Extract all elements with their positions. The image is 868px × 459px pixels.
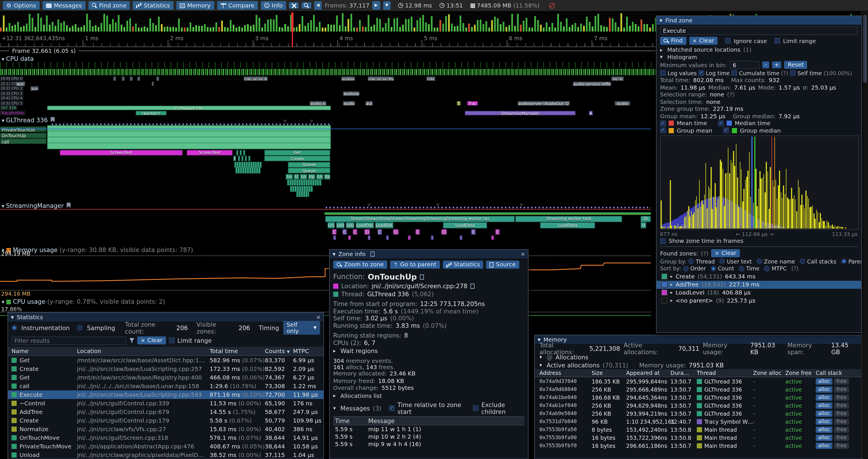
column-header[interactable]: Zone free bbox=[785, 370, 816, 376]
zone-chip[interactable] bbox=[122, 76, 125, 81]
frame-dropdown-button[interactable]: ▼ bbox=[383, 1, 391, 10]
thread-name[interactable]: GLThread 336 bbox=[367, 291, 409, 297]
sort-by-radio[interactable] bbox=[710, 265, 716, 271]
table-row[interactable]: 0x7553b9fbf016 bytes296,661,186ns13:50.7… bbox=[535, 441, 863, 450]
zone-chip[interactable]: LoadData bbox=[443, 222, 487, 229]
zone-chip[interactable] bbox=[348, 235, 351, 240]
table-row[interactable]: 0x74a9d68040256 KB295,668,489ns13:50.7GL… bbox=[535, 385, 863, 393]
go-to-parent-button[interactable]: ↑Go to parent bbox=[390, 261, 440, 269]
group-by-radio[interactable] bbox=[756, 258, 762, 264]
legend-checkbox[interactable]: ✓ bbox=[723, 127, 729, 133]
table-row[interactable]: Executejni/../jni/src/claw/base/LuaScrip… bbox=[8, 390, 323, 399]
table-row[interactable]: Get/mnt/e/claw/src/claw/base/AssetDict.h… bbox=[8, 356, 323, 365]
table-row[interactable]: 0x74ab1be040186.68 KB294,645,364ns13:50.… bbox=[535, 393, 863, 401]
memory-button[interactable]: Memory bbox=[176, 1, 214, 10]
min-bin-input[interactable] bbox=[730, 61, 760, 69]
free-callstack-button[interactable]: free bbox=[834, 378, 849, 384]
sort-by-radio[interactable] bbox=[764, 265, 770, 271]
message-marker[interactable]: ▽ bbox=[284, 120, 286, 123]
found-zone-group[interactable]: ▸Create(54,131)643.34 ms bbox=[657, 272, 861, 281]
zone-chip[interactable]: C bbox=[377, 229, 382, 235]
zone-chip[interactable]: Lo bbox=[300, 174, 307, 179]
zone-chip[interactable]: audio.se bbox=[310, 101, 326, 105]
zone-chip[interactable]: C bbox=[332, 229, 337, 235]
zone-chip[interactable]: call bbox=[0, 138, 46, 144]
prev-frame-button[interactable]: ◀ bbox=[314, 1, 322, 10]
zone-chip[interactable]: GLThread 336 bbox=[47, 106, 331, 110]
alloc-callstack-button[interactable]: alloc bbox=[816, 402, 832, 408]
zone-chip[interactable] bbox=[248, 156, 250, 161]
find-zone-query-input[interactable] bbox=[660, 26, 858, 35]
zone-chip[interactable]: A bbox=[589, 110, 593, 115]
stream-message-dots[interactable] bbox=[324, 206, 651, 209]
legend-checkbox[interactable]: ✓ bbox=[660, 120, 666, 126]
alloc-callstack-button[interactable]: alloc bbox=[816, 442, 832, 449]
cpu-data-header[interactable]: ▾CPU data bbox=[2, 55, 34, 62]
table-row[interactable]: 0x7531d7b04096 KB1:10 234,952,16112:40.7… bbox=[535, 417, 863, 425]
table-row[interactable]: Get/mnt/e/claw/src/claw/base/Registry.hp… bbox=[8, 373, 323, 382]
alloc-callstack-button[interactable]: alloc bbox=[816, 418, 832, 425]
zone-chip[interactable]: audioserver (AudioOut_D) bbox=[518, 101, 570, 105]
zone-chip[interactable]: auc bbox=[16, 81, 25, 86]
close-icon[interactable]: ✕ bbox=[521, 251, 525, 257]
location-value[interactable]: jni/../jni/src/guif/Screen.cpp:278 bbox=[372, 283, 467, 289]
limit-range-checkbox[interactable] bbox=[774, 38, 780, 44]
limit-range-checkbox[interactable] bbox=[168, 337, 174, 343]
free-callstack-button[interactable]: free bbox=[834, 402, 849, 408]
cpu-usage-header[interactable]: ▾CPU usage (y-range: 0.78%, visible data… bbox=[2, 298, 165, 305]
zone-chip[interactable]: cds_ol_rx_threa bbox=[368, 76, 394, 81]
self-time-checkbox[interactable] bbox=[790, 70, 796, 76]
found-zone-group[interactable]: ▸AddTree(18,542)227.19 ms bbox=[657, 281, 861, 289]
main-scrollbar[interactable] bbox=[861, 11, 868, 459]
compare-button[interactable]: Compare bbox=[217, 1, 258, 10]
zone-chip[interactable]: C bbox=[415, 229, 420, 235]
message-row[interactable]: 5.59 smip 11 w 1 h 1 (1) bbox=[333, 425, 525, 433]
alloc-callstack-button[interactable]: alloc bbox=[816, 410, 832, 417]
sort-by-radio[interactable] bbox=[683, 265, 688, 271]
group-by-radio[interactable] bbox=[719, 258, 725, 264]
next-frame-button[interactable]: ▶ bbox=[372, 1, 380, 10]
table-row[interactable]: Unloadjni/../jni/src/claw/graphics/pixel… bbox=[8, 451, 323, 459]
close-icon[interactable]: ✕ bbox=[316, 314, 320, 320]
message-marker[interactable]: ▽ bbox=[310, 120, 313, 123]
zone-chip[interactable] bbox=[243, 150, 245, 155]
zone-chip[interactable]: Up bbox=[308, 174, 315, 179]
ignore-case-checkbox[interactable] bbox=[725, 38, 731, 44]
find-button[interactable]: Find bbox=[660, 37, 686, 45]
message-marker[interactable]: ▽ bbox=[368, 203, 370, 207]
table-row[interactable]: PrivateTouchMovejni/../jni/application/A… bbox=[8, 442, 323, 451]
reset-button[interactable]: Reset bbox=[784, 61, 807, 69]
frame-label[interactable]: Frame 32,661 (6.05 s) bbox=[9, 47, 79, 54]
zone-chip[interactable]: Lo bbox=[285, 174, 293, 179]
zone-chip[interactable]: aut bbox=[365, 101, 373, 105]
zone-chip[interactable] bbox=[241, 156, 244, 161]
filter-icon[interactable] bbox=[129, 338, 134, 343]
column-header[interactable]: Appeared at bbox=[626, 370, 671, 376]
zone-chip[interactable] bbox=[460, 235, 462, 240]
found-zone-group[interactable]: ▸LoadLevel(18)406.88 µs bbox=[657, 289, 861, 297]
zone-chip-cluster[interactable] bbox=[297, 192, 309, 197]
instrumentation-radio[interactable] bbox=[11, 325, 17, 331]
zone-chip[interactable]: Queue bbox=[288, 162, 330, 167]
zone-statistics-button[interactable]: Statistics bbox=[443, 261, 483, 269]
zone-chip[interactable]: Create bbox=[264, 156, 330, 161]
copy-icon[interactable] bbox=[420, 274, 424, 279]
column-header[interactable]: Address bbox=[539, 370, 592, 376]
increment-button[interactable]: + bbox=[772, 61, 781, 68]
table-row[interactable]: OnTouchMovejni/../jni/src/guif/Screen.cp… bbox=[8, 433, 323, 442]
copy-icon[interactable] bbox=[371, 252, 375, 257]
zone-chip[interactable]: StreamingManager bbox=[465, 110, 576, 115]
message-marker[interactable]: ▽ bbox=[520, 203, 523, 207]
column-header[interactable]: Zone alloc bbox=[753, 370, 785, 376]
time-relative-checkbox[interactable]: ✓ bbox=[389, 405, 395, 411]
zone-chip[interactable]: Up bbox=[324, 174, 330, 179]
tools-button[interactable] bbox=[289, 2, 299, 9]
column-header[interactable]: Size bbox=[592, 370, 626, 376]
matched-locations-toggle[interactable]: ▸Matched source locations (1) bbox=[660, 46, 858, 53]
zone-chip[interactable] bbox=[236, 150, 239, 155]
allocations-list-toggle[interactable]: ▸Allocations list bbox=[333, 392, 525, 399]
column-header[interactable]: Call stack bbox=[816, 370, 863, 376]
goto-frame-button[interactable] bbox=[302, 2, 311, 9]
column-header[interactable]: Thread bbox=[697, 370, 753, 376]
filter-input[interactable] bbox=[11, 336, 126, 345]
